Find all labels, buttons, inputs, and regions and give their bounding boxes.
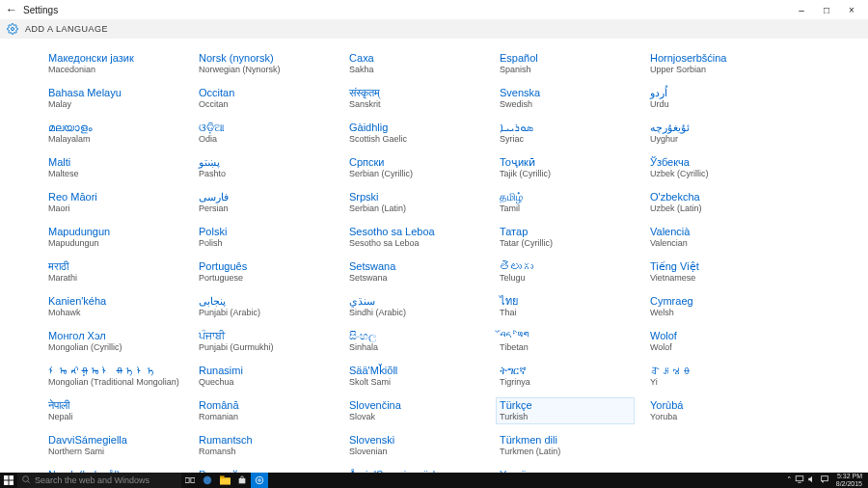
language-item[interactable]: ValenciàValencian [646,224,785,251]
taskbar-clock[interactable]: 5:32 PM 8/2/2015 [832,473,866,488]
language-item[interactable] [0,145,33,149]
language-item[interactable]: O'zbekchaUzbek (Latin) [646,189,785,216]
language-item[interactable]: ትግርኛTigrinya [496,363,635,390]
language-item[interactable] [0,191,33,195]
language-english-name: Polish [199,238,330,249]
language-item[interactable]: HornjoserbšćinaUpper Sorbian [646,50,785,77]
store-icon[interactable] [233,473,251,488]
language-item[interactable]: li [0,97,33,114]
language-item[interactable]: Sesotho sa LeboaSesotho sa Leboa [345,224,484,251]
language-item[interactable]: wanda [0,73,33,90]
language-item[interactable]: WolofWolof [646,328,785,355]
language-item[interactable]: Sää'Mk̆iõllSkolt Sami [345,363,484,390]
language-item[interactable]: SetswanaSetswana [345,258,484,285]
language-item[interactable]: Монгол ХэлMongolian (Cyrillic) [44,328,183,355]
language-item[interactable]: मराठीMarathi [44,258,183,285]
language-item[interactable]: Kanien'kéhaMohawk [44,293,183,320]
language-english-name: Mongolian (Traditional Mongolian) [48,377,179,388]
language-item[interactable]: ЎзбекчаUzbek (Cyrillic) [646,154,785,181]
language-item[interactable]: தமிழ்Tamil [496,189,635,216]
edge-icon[interactable] [199,473,216,488]
language-item[interactable]: संस्कृतम्Sanskrit [345,85,484,112]
taskbar-search[interactable]: Search the web and Windows [17,473,181,488]
language-item[interactable]: ܣܘܪܝܝܐSyriac [496,120,635,147]
language-item[interactable]: RomânăRomanian [195,397,334,424]
close-button[interactable]: × [839,5,864,15]
language-item[interactable]: GàidhligScottish Gaelic [345,120,484,147]
language-item[interactable]: Sámegiella [0,238,33,255]
language-item[interactable]: SlovenskiSlovenian [345,432,484,459]
language-item[interactable]: СрпскиSerbian (Cyrillic) [345,154,484,181]
language-native-name: ꆈꌠꁱꂷ [650,365,781,377]
volume-icon[interactable] [807,474,817,486]
language-item[interactable]: PortuguêsPortuguese [195,258,334,285]
language-item[interactable]: Norsk (nynorsk)Norwegian (Nynorsk) [195,50,334,77]
language-item[interactable]: SrpskiSerbian (Latin) [345,189,484,216]
svg-line-6 [28,481,30,483]
language-item[interactable] [0,156,33,160]
language-item[interactable]: ТоҷикӣTajik (Cyrillic) [496,154,635,181]
language-item[interactable] [0,50,33,54]
language-item[interactable]: SlovenčinaSlovak [345,397,484,424]
language-item[interactable]: erbšćina [0,203,33,219]
language-native-name: uergesch [0,264,29,277]
language-item[interactable]: Reo MāoriMaori [44,189,183,216]
language-item[interactable]: తెలుగుTelugu [496,258,635,285]
language-item[interactable]: ไทยThai [496,293,635,320]
back-button[interactable]: ← [4,3,19,16]
language-item[interactable] [0,168,33,172]
language-item[interactable]: ꆈꌠꁱꂷYi [646,363,785,390]
language-item[interactable]: ТатарTatar (Cyrillic) [496,224,635,251]
language-item[interactable] [0,133,33,137]
language-item[interactable]: MapudungunMapudungun [44,224,183,251]
task-view-icon[interactable] [181,473,199,488]
language-item[interactable]: SvenskaSwedish [496,85,635,112]
svg-rect-2 [10,475,14,480]
language-native-name: ਪੰਜਾਬੀ [199,330,330,342]
language-item[interactable]: EspañolSpanish [496,50,635,77]
minimize-button[interactable]: – [789,5,814,15]
language-item[interactable]: Tiếng ViệtVietnamese [646,258,785,285]
system-tray[interactable]: ˄ 5:32 PM 8/2/2015 [787,473,868,488]
start-button[interactable] [0,473,17,488]
language-item[interactable]: ଓଡ଼ିଆOdia [195,120,334,147]
language-item[interactable]: YorùbáYoruba [646,397,785,424]
language-item[interactable]: RumantschRomansh [195,432,334,459]
language-item[interactable]: پښتوPashto [195,154,334,181]
language-item[interactable] [0,227,33,230]
language-item[interactable]: ئۇيغۇرچەUyghur [646,120,785,147]
language-item[interactable]: Bahasa MelayuMalay [44,85,183,112]
language-item[interactable]: ਪੰਜਾਬੀPunjabi (Gurmukhi) [195,328,334,355]
language-item[interactable]: DavviSámegiellaNorthern Sami [44,432,183,459]
language-item[interactable]: བོད་ཡིགTibetan [496,328,635,355]
language-item[interactable]: ᠮᠣᠩᠭᠣᠯ ᠬᠡᠯᠡMongolian (Traditional Mongol… [44,363,183,390]
language-english-name: Setswana [349,273,480,284]
language-item[interactable]: Türkmen diliTurkmen (Latin) [496,432,635,459]
language-item[interactable]: PolskiPolish [195,224,334,251]
language-item[interactable]: සිංහලSinhala [345,328,484,355]
language-item[interactable]: OccitanOccitan [195,85,334,112]
tray-chevron-icon[interactable]: ˄ [787,475,792,485]
language-item[interactable]: Македонски јазикMacedonian [44,50,183,77]
language-english-name: Turkmen (Latin) [500,447,631,457]
maximize-button[interactable]: □ [814,5,839,15]
language-item[interactable]: СахаSakha [345,50,484,77]
language-item[interactable] [0,179,33,183]
language-item[interactable]: മലയാളംMalayalam [44,120,183,147]
language-item[interactable]: پنجابیPunjabi (Arabic) [195,293,334,320]
language-item[interactable]: RunasimiQuechua [195,363,334,390]
language-item[interactable] [0,122,33,125]
language-item[interactable]: MaltiMaltese [44,154,183,181]
language-item[interactable] [0,62,33,66]
language-item[interactable]: سنڌيSindhi (Arabic) [345,293,484,320]
file-explorer-icon[interactable] [216,473,233,488]
settings-taskbar-icon[interactable] [251,473,268,488]
language-item[interactable]: فارسىPersian [195,189,334,216]
network-icon[interactable] [795,474,804,486]
language-item[interactable]: CymraegWelsh [646,293,785,320]
language-item[interactable]: TürkçeTurkish [496,397,635,424]
language-item[interactable]: اُردوUrdu [646,85,785,112]
language-item[interactable]: नेपालीNepali [44,397,183,424]
language-item[interactable]: uergeschurgish [0,262,33,289]
notifications-icon[interactable] [820,474,829,486]
